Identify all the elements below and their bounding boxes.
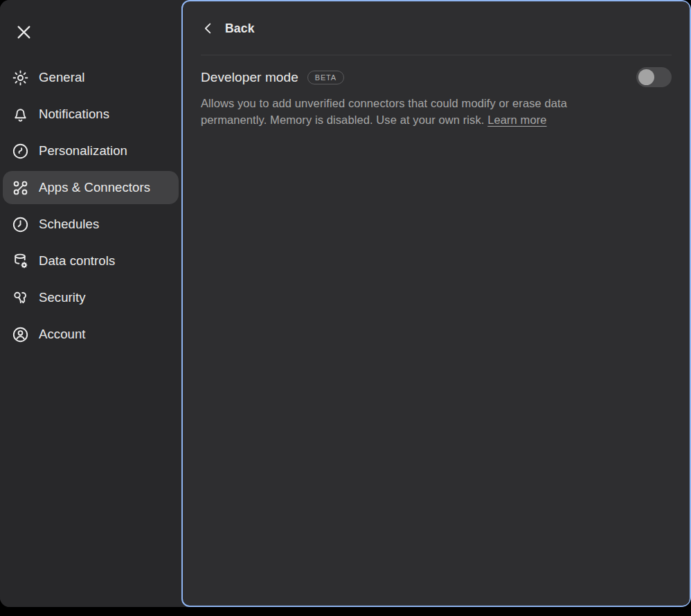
sidebar-item-data-controls[interactable]: Data controls bbox=[3, 244, 179, 278]
sidebar-item-apps-connectors[interactable]: Apps & Connectors bbox=[3, 171, 179, 204]
developer-mode-toggle[interactable] bbox=[636, 67, 672, 87]
sidebar-item-schedules[interactable]: Schedules bbox=[3, 208, 179, 241]
bell-icon bbox=[11, 105, 30, 124]
back-button[interactable]: Back bbox=[201, 21, 255, 36]
sidebar-item-label: Notifications bbox=[39, 107, 109, 122]
keys-icon bbox=[11, 289, 30, 307]
sidebar-item-personalization[interactable]: Personalization bbox=[3, 134, 179, 167]
apps-connectors-icon bbox=[11, 179, 30, 197]
sidebar-item-account[interactable]: Account bbox=[3, 318, 179, 351]
sidebar-nav: GeneralNotificationsPersonalizationApps … bbox=[3, 61, 179, 351]
settings-screen: GeneralNotificationsPersonalizationApps … bbox=[0, 0, 691, 616]
developer-mode-setting: Developer mode BETA Allows you to add un… bbox=[201, 67, 672, 128]
divider bbox=[201, 55, 672, 55]
clock-icon bbox=[11, 215, 30, 234]
sidebar-item-label: Schedules bbox=[39, 217, 99, 232]
sidebar-item-label: Data controls bbox=[39, 253, 115, 269]
sidebar-item-label: General bbox=[39, 70, 85, 85]
back-label: Back bbox=[225, 21, 255, 36]
database-gear-icon bbox=[11, 252, 30, 271]
personalization-icon bbox=[11, 142, 30, 161]
apps-connectors-panel: Back Developer mode BETA Allows you to a… bbox=[181, 0, 691, 607]
sidebar-item-general[interactable]: General bbox=[3, 61, 179, 94]
developer-mode-title: Developer mode bbox=[201, 70, 298, 85]
close-button[interactable] bbox=[10, 18, 37, 46]
chevron-left-icon bbox=[201, 21, 225, 36]
sidebar-item-notifications[interactable]: Notifications bbox=[3, 98, 179, 131]
settings-sidebar: GeneralNotificationsPersonalizationApps … bbox=[0, 0, 181, 607]
panel-header: Back bbox=[201, 9, 672, 48]
person-circle-icon bbox=[11, 325, 30, 344]
developer-mode-description: Allows you to add unverified connectors … bbox=[201, 95, 620, 128]
sidebar-item-label: Apps & Connectors bbox=[39, 180, 150, 195]
close-icon bbox=[15, 23, 33, 42]
toggle-knob bbox=[638, 69, 654, 85]
settings-dialog: GeneralNotificationsPersonalizationApps … bbox=[0, 0, 691, 607]
sidebar-item-label: Personalization bbox=[39, 143, 127, 158]
learn-more-link[interactable]: Learn more bbox=[487, 114, 546, 126]
beta-badge: BETA bbox=[307, 71, 344, 84]
sidebar-item-security[interactable]: Security bbox=[3, 281, 179, 314]
sidebar-item-label: Account bbox=[39, 327, 86, 342]
sidebar-item-label: Security bbox=[39, 290, 86, 305]
gear-icon bbox=[11, 69, 30, 87]
developer-mode-header: Developer mode BETA bbox=[201, 67, 672, 87]
